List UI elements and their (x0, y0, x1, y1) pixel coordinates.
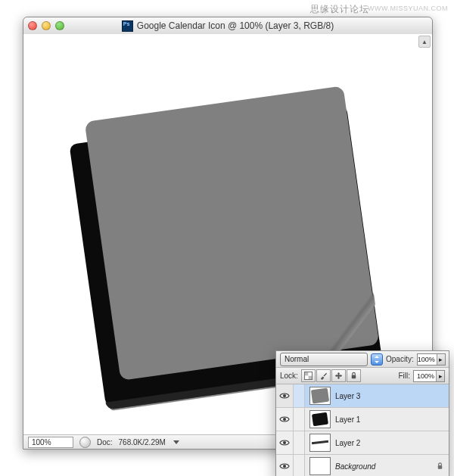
svg-point-8 (283, 441, 286, 444)
layer-name[interactable]: Background (335, 462, 375, 471)
svg-rect-1 (308, 376, 312, 380)
svg-point-9 (283, 465, 286, 468)
watermark-en: WWW.MISSYUAN.COM (368, 5, 448, 12)
calendar-front-page (85, 86, 380, 381)
zoom-level-field[interactable]: 100% (28, 437, 73, 448)
layer-visibility-toggle[interactable] (276, 408, 294, 431)
layer-thumbnail[interactable] (309, 434, 331, 452)
svg-rect-3 (305, 376, 309, 380)
layer-list: Layer 3Layer 1Layer 2Background (276, 384, 449, 476)
window-title: Google Calendar Icon @ 100% (Layer 3, RG… (23, 20, 432, 32)
close-button[interactable] (28, 21, 37, 30)
layer-link-column[interactable] (294, 455, 305, 476)
lock-label: Lock: (280, 372, 298, 380)
status-menu-icon[interactable] (79, 437, 91, 448)
opacity-label: Opacity: (386, 355, 414, 363)
chevron-right-icon[interactable]: ▸ (437, 354, 445, 365)
svg-rect-10 (438, 465, 443, 469)
lock-transparency-button[interactable] (301, 369, 316, 382)
visibility-eye-icon (279, 439, 290, 446)
layer-name[interactable]: Layer 2 (335, 439, 360, 447)
svg-rect-0 (305, 372, 309, 376)
layer-visibility-toggle[interactable] (276, 455, 294, 476)
window-title-text: Google Calendar Icon @ 100% (Layer 3, RG… (137, 20, 334, 31)
svg-rect-5 (352, 375, 356, 379)
doc-size-label: Doc: (97, 438, 113, 446)
layer-thumbnail[interactable] (309, 410, 331, 428)
fill-field[interactable]: 100% ▸ (413, 370, 445, 382)
layer-row[interactable]: Layer 1 (276, 408, 449, 431)
opacity-field[interactable]: 100% ▸ (417, 353, 446, 366)
blend-mode-value: Normal (285, 355, 309, 363)
visibility-eye-icon (279, 415, 290, 423)
chevron-right-icon[interactable] (173, 440, 179, 444)
layers-panel-options-row: Normal Opacity: 100% ▸ (276, 351, 449, 368)
layer-name[interactable]: Layer 3 (335, 392, 360, 400)
blend-mode-stepper-icon[interactable] (371, 353, 383, 366)
photoshop-file-icon (122, 20, 133, 32)
svg-rect-2 (308, 372, 312, 376)
zoom-button[interactable] (55, 21, 64, 30)
window-titlebar[interactable]: Google Calendar Icon @ 100% (Layer 3, RG… (23, 17, 432, 35)
layer-thumbnail[interactable] (309, 457, 331, 475)
layer-row[interactable]: Layer 3 (276, 384, 449, 408)
minimize-button[interactable] (42, 21, 51, 30)
svg-point-7 (283, 418, 286, 421)
lock-icon (350, 372, 358, 380)
window-controls (28, 21, 64, 30)
checker-icon (304, 372, 313, 380)
lock-all-button[interactable] (347, 369, 361, 382)
lock-icon (436, 462, 444, 471)
visibility-eye-icon (279, 462, 290, 470)
lock-pixels-button[interactable] (316, 369, 331, 382)
opacity-value: 100% (418, 356, 437, 363)
layer-row[interactable]: Background (276, 455, 449, 476)
layer-visibility-toggle[interactable] (276, 431, 294, 454)
chevron-right-icon[interactable]: ▸ (436, 371, 444, 381)
lock-button-group (301, 369, 361, 382)
layers-panel: Normal Opacity: 100% ▸ Lock: Fill: (275, 350, 449, 476)
blend-mode-select[interactable]: Normal (280, 353, 368, 366)
doc-size-value: 768.0K/2.29M (119, 438, 166, 446)
watermark-cn: 思缘设计论坛 (310, 3, 369, 16)
layers-panel-lock-row: Lock: Fill: 100% ▸ (276, 368, 449, 384)
layer-visibility-toggle[interactable] (276, 384, 294, 407)
lock-position-button[interactable] (331, 369, 346, 382)
fill-value: 100% (414, 372, 436, 380)
layer-link-column[interactable] (294, 408, 305, 431)
layer-link-column[interactable] (294, 431, 305, 454)
fill-label: Fill: (398, 372, 410, 380)
layer-name[interactable]: Layer 1 (335, 415, 360, 424)
svg-point-6 (283, 394, 286, 397)
layer-thumbnail[interactable] (309, 387, 331, 405)
visibility-eye-icon (279, 392, 290, 400)
layer-link-column[interactable] (294, 384, 305, 407)
layer-row[interactable]: Layer 2 (276, 431, 449, 455)
move-icon (334, 372, 343, 380)
scroll-up-button[interactable]: ▲ (418, 36, 431, 48)
brush-icon (319, 372, 328, 380)
